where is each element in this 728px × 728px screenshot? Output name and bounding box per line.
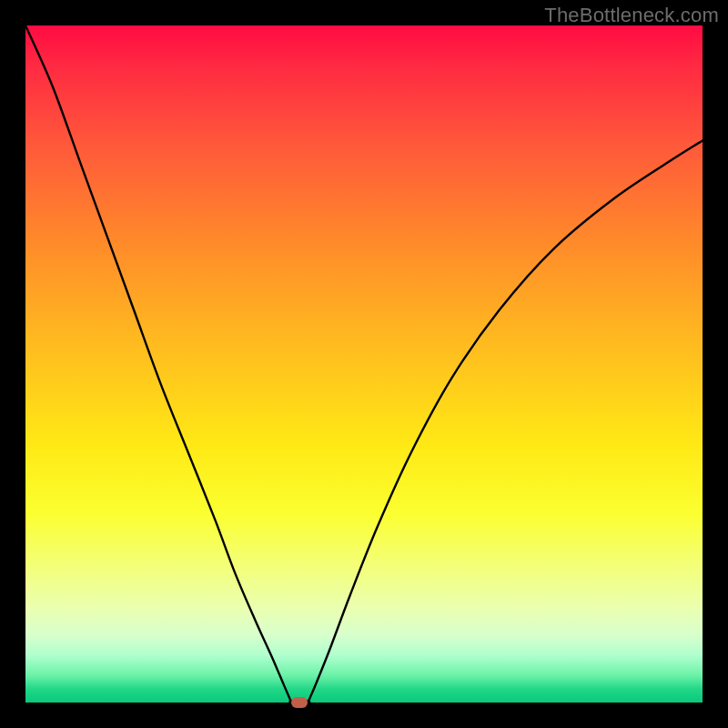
watermark-text: TheBottleneck.com (544, 4, 719, 27)
optimum-marker (291, 697, 308, 708)
plot-area (25, 25, 703, 703)
chart-frame: TheBottleneck.com (0, 0, 728, 728)
bottleneck-curve (25, 25, 703, 703)
